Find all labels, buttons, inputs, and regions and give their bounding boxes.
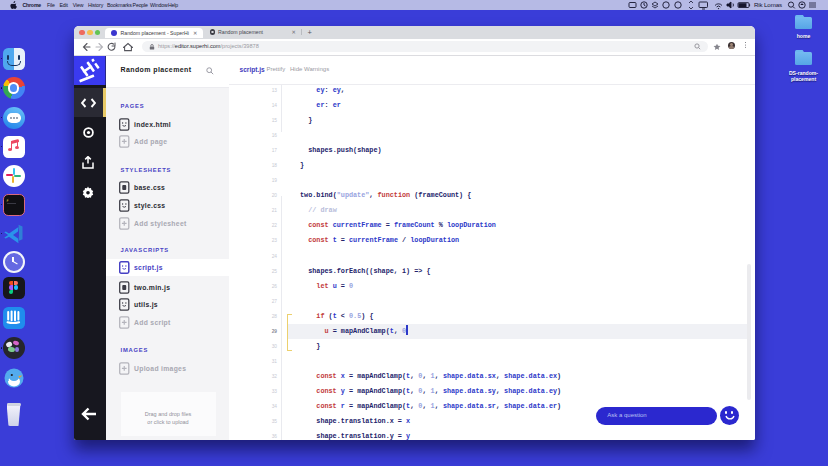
svg-text:Rik Lomas: Rik Lomas [754, 1, 782, 8]
